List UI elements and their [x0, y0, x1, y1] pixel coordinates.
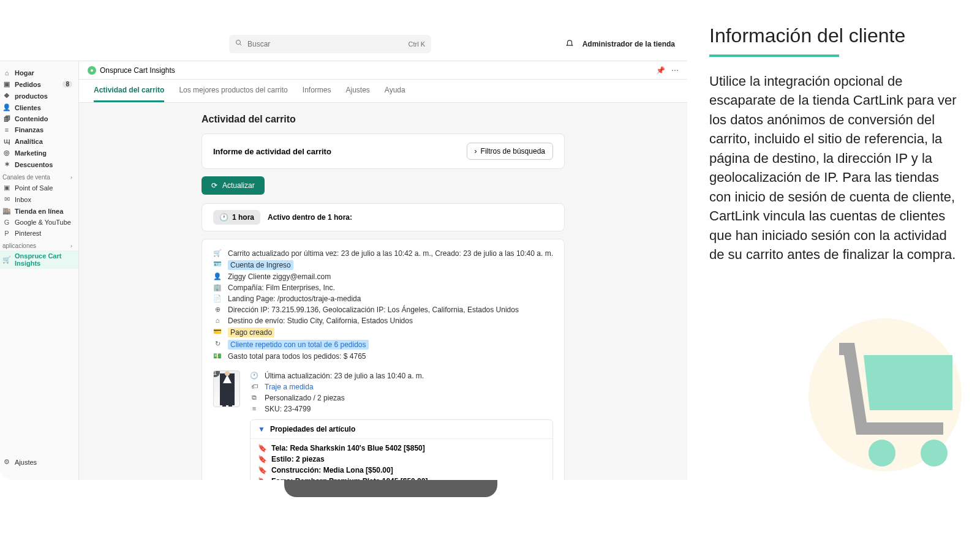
product-thumb[interactable]: 1	[213, 370, 240, 407]
filter-icon: ▼	[258, 425, 265, 433]
svg-rect-3	[222, 395, 226, 407]
channel-google[interactable]: GGoogle & YouTube	[0, 217, 78, 228]
bookmark-icon: 🔖	[258, 466, 266, 474]
chevron-right-icon: ›	[70, 243, 72, 249]
nav-customers[interactable]: 👤Clientes	[0, 102, 78, 113]
app-header: ● Onspruce Cart Insights 📌 ⋯	[79, 61, 687, 80]
refresh-icon: ⟳	[211, 181, 217, 190]
nav-content[interactable]: 🗐Contenido	[0, 113, 78, 124]
svg-rect-4	[228, 395, 232, 407]
channel-online-store[interactable]: 🏬Tienda en línea	[0, 205, 78, 217]
row-spend: 💵Gasto total para todos los pedidos: $ 4…	[213, 351, 553, 362]
pin-icon[interactable]: 📌	[656, 66, 665, 75]
clock-icon: 🕐	[250, 372, 258, 380]
tabs: Actividad del carrito Los mejores produc…	[79, 80, 687, 103]
money-icon: 💵	[213, 352, 222, 360]
section-channels[interactable]: Canales de venta›	[0, 170, 78, 182]
nav-products[interactable]: ❖productos	[0, 90, 78, 102]
prop-item: 🔖Tela: Reda Sharkskin 140's Blue 5402 [$…	[258, 443, 545, 454]
app-name: Onspruce Cart Insights	[100, 66, 175, 75]
search-shortcut: Ctrl K	[409, 40, 426, 48]
inbox-icon: ✉	[2, 195, 11, 203]
promo-cart-illustration	[809, 318, 962, 471]
search-placeholder: Buscar	[247, 40, 270, 48]
time-label: Activo dentro de 1 hora:	[268, 213, 352, 222]
svg-line-1	[240, 44, 242, 46]
report-title: Informe de actividad del carrito	[213, 147, 331, 156]
content-area: ● Onspruce Cart Insights 📌 ⋯ Actividad d…	[79, 61, 687, 480]
analytics-icon: պ	[2, 137, 11, 145]
tab-reports[interactable]: Informes	[303, 80, 331, 102]
id-card-icon: 🪪	[213, 260, 222, 268]
svg-point-6	[225, 371, 230, 376]
row-ip: ⊕Dirección IP: 73.215.99.136, Geolocaliz…	[213, 304, 553, 315]
search-input[interactable]: Buscar Ctrl K	[229, 35, 431, 53]
cart-icon: 🛒	[2, 256, 11, 264]
person-icon: 👤	[213, 272, 222, 280]
tab-cart-activity[interactable]: Actividad del carrito	[94, 80, 164, 102]
filters-button[interactable]: › Filtros de búsqueda	[467, 143, 553, 160]
globe-icon: ⊕	[213, 305, 222, 313]
prop-item: 🔖Construcción: Media Lona [$50.00]	[258, 465, 545, 476]
copy-icon: ⧉	[250, 394, 258, 402]
nav-discounts[interactable]: ✶Descuentos	[0, 159, 78, 170]
prop-item: 🔖Estilo: 2 piezas	[258, 454, 545, 465]
prop-item: 🔖Forro: Bemberg Premium Plata 1045 [$50.…	[258, 476, 545, 480]
tab-top-products[interactable]: Los mejores productos del carrito	[179, 80, 287, 102]
nav-marketing[interactable]: ◎Marketing	[0, 147, 78, 159]
section-apps[interactable]: aplicaciones›	[0, 239, 78, 250]
gear-icon: ⚙	[2, 458, 11, 466]
row-company: 🏢Compañía: Film Enterprises, Inc.	[213, 282, 553, 293]
promo-body: Utilice la integración opcional de escap…	[709, 72, 962, 264]
promo-underline	[709, 54, 839, 57]
row-customer: 👤Ziggy Cliente ziggy@email.com	[213, 271, 553, 282]
products-icon: ❖	[2, 92, 11, 100]
update-button[interactable]: ⟳ Actualizar	[202, 176, 265, 195]
time-chip[interactable]: 🕐 1 hora	[213, 210, 260, 225]
home-icon: ⌂	[2, 69, 11, 77]
pinterest-icon: P	[2, 230, 11, 237]
app-onspruce[interactable]: 🛒Onspruce Cart Insights	[0, 250, 78, 269]
svg-point-8	[921, 440, 948, 467]
content-icon: 🗐	[2, 115, 11, 122]
report-header-card: Informe de actividad del carrito › Filtr…	[202, 133, 565, 169]
channel-pinterest[interactable]: PPinterest	[0, 228, 78, 239]
clock-icon: 🕐	[219, 213, 228, 222]
nav-finance[interactable]: ≡Finanzas	[0, 124, 78, 135]
channel-pos[interactable]: ▣Point of Sale	[0, 182, 78, 193]
row-login: 🪪Cuenta de Ingreso	[213, 259, 553, 271]
topbar: Buscar Ctrl K Administrador de la tienda	[0, 27, 687, 61]
tab-help[interactable]: Ayuda	[385, 80, 405, 102]
cart-icon: 🛒	[213, 249, 222, 257]
search-icon	[235, 39, 243, 48]
nav-orders[interactable]: ▣Pedidos8	[0, 78, 78, 90]
nav-analytics[interactable]: պAnalítica	[0, 135, 78, 147]
prod-sku: ≡SKU: 23-4799	[250, 403, 553, 414]
svg-point-7	[869, 440, 895, 467]
pos-icon: ▣	[2, 184, 11, 192]
app-logo-icon: ●	[88, 66, 96, 75]
props-title-row[interactable]: ▼ Propiedades del artículo	[251, 420, 552, 439]
time-filter-card: 🕐 1 hora Activo dentro de 1 hora:	[202, 203, 565, 231]
marketing-icon: ◎	[2, 149, 11, 157]
props-box: ▼ Propiedades del artículo 🔖Tela: Reda S…	[250, 419, 553, 480]
orders-icon: ▣	[2, 80, 11, 88]
notifications-icon[interactable]	[565, 39, 574, 50]
prod-name[interactable]: 🏷Traje a medida	[250, 381, 553, 392]
bookmark-icon: 🔖	[258, 477, 266, 480]
row-paid: 💳Pago creado	[213, 326, 553, 339]
channel-inbox[interactable]: ✉Inbox	[0, 193, 78, 205]
prod-variant: ⧉Personalizado / 2 piezas	[250, 392, 553, 403]
cart-detail-card: 🛒Carrito actualizado por última vez: 23 …	[202, 239, 565, 480]
nav-home[interactable]: ⌂Hogar	[0, 67, 78, 78]
tab-settings[interactable]: Ajustes	[345, 80, 369, 102]
promo-title: Información del cliente	[709, 24, 962, 47]
row-repeat: ↻Cliente repetido con un total de 6 pedi…	[213, 339, 553, 351]
page-title: Actividad del carrito	[202, 114, 565, 125]
promo-panel: Información del cliente Utilice la integ…	[691, 0, 980, 551]
more-icon[interactable]: ⋯	[671, 66, 679, 75]
nav-settings[interactable]: ⚙Ajustes	[0, 456, 78, 468]
user-menu[interactable]: Administrador de la tienda	[582, 40, 675, 48]
person-icon: 👤	[2, 103, 11, 111]
discounts-icon: ✶	[2, 160, 11, 168]
